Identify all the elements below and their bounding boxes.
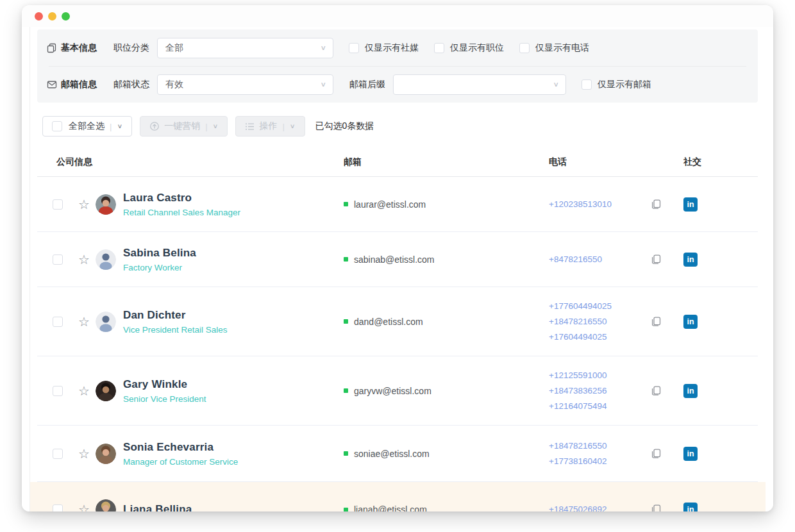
- linkedin-icon[interactable]: in: [683, 253, 698, 267]
- phone-number[interactable]: +18475026892: [549, 502, 651, 511]
- company-info-cell: ☆ Liana Bellina: [37, 499, 344, 511]
- contacts-table: 公司信息 邮箱 电话 社交 ☆ Laura Castro Retail Chan…: [37, 147, 758, 511]
- social-only-checkbox[interactable]: [349, 43, 359, 53]
- email-suffix-label: 邮箱后缀: [349, 79, 385, 90]
- email-cell: dand@etissl.com: [344, 317, 549, 327]
- close-button[interactable]: [35, 12, 43, 21]
- phone-cell: +120238513010: [549, 197, 651, 212]
- envelope-icon: [47, 79, 57, 90]
- select-all-checkbox[interactable]: [52, 121, 62, 131]
- email-address: dand@etissl.com: [354, 317, 423, 327]
- row-checkbox[interactable]: [53, 386, 63, 396]
- table-row: ☆ Sabina Belina Factory Worker sabinab@e…: [37, 232, 758, 287]
- phone-number[interactable]: +177604494025: [549, 299, 651, 314]
- email-address: garyvw@etissl.com: [354, 386, 431, 396]
- minimize-button[interactable]: [48, 12, 56, 21]
- phone-number[interactable]: +12164075494: [549, 399, 651, 414]
- one-click-marketing-button[interactable]: 一键营销 | ∨: [140, 116, 228, 137]
- star-icon[interactable]: ☆: [78, 503, 90, 511]
- email-only-label: 仅显示有邮箱: [598, 79, 651, 90]
- contact-title: Vice President Retail Sales: [123, 325, 228, 335]
- email-cell: garyvw@etissl.com: [344, 386, 549, 396]
- phone-only-checkbox[interactable]: [519, 43, 530, 53]
- phone-only-label: 仅显示有电话: [535, 42, 589, 54]
- email-address: laurar@etissl.com: [354, 199, 426, 210]
- copy-icon[interactable]: [651, 317, 661, 327]
- row-checkbox[interactable]: [53, 199, 63, 210]
- star-icon[interactable]: ☆: [78, 198, 90, 211]
- linkedin-icon[interactable]: in: [683, 384, 698, 398]
- row-checkbox[interactable]: [53, 317, 63, 327]
- window-titlebar: [22, 5, 773, 27]
- phone-number[interactable]: +8478216550: [549, 252, 651, 267]
- contact-identity: Laura Castro Retail Channel Sales Manage…: [123, 192, 240, 217]
- email-status-select[interactable]: 有效 ∨: [157, 74, 333, 95]
- star-icon[interactable]: ☆: [78, 315, 90, 328]
- social-header: 社交: [683, 156, 752, 168]
- phone-number[interactable]: +18478216550: [549, 438, 651, 454]
- one-click-marketing-label: 一键营销: [164, 121, 200, 132]
- row-checkbox[interactable]: [53, 449, 63, 459]
- contact-identity: Sonia Echevarria Manager of Customer Ser…: [123, 441, 238, 467]
- email-status-label: 邮箱状态: [113, 79, 149, 90]
- linkedin-icon[interactable]: in: [683, 447, 698, 461]
- copy-icon[interactable]: [651, 449, 661, 459]
- contact-name: Sabina Belina: [123, 247, 196, 260]
- row-checkbox[interactable]: [53, 254, 63, 265]
- email-suffix-select[interactable]: ∨: [393, 74, 566, 95]
- email-only-checkbox[interactable]: [582, 79, 592, 90]
- chevron-down-icon: ∨: [290, 122, 296, 129]
- copy-icon[interactable]: [651, 199, 661, 210]
- phone-number[interactable]: +12125591000: [549, 368, 651, 383]
- selected-count-text: 已勾选0条数据: [315, 121, 374, 132]
- email-status-dot: [344, 202, 348, 206]
- phone-number[interactable]: +17604494025: [549, 329, 651, 345]
- star-icon[interactable]: ☆: [78, 385, 90, 397]
- row-checkbox[interactable]: [53, 504, 63, 511]
- social-cell: in: [683, 253, 752, 267]
- chevron-down-icon: ∨: [553, 81, 559, 88]
- star-icon[interactable]: ☆: [78, 447, 90, 460]
- select-all-button[interactable]: 全部全选 | ∨: [42, 116, 132, 137]
- company-info-cell: ☆ Dan Dichter Vice President Retail Sale…: [37, 309, 344, 335]
- linkedin-icon[interactable]: in: [683, 503, 698, 511]
- position-category-label: 职位分类: [113, 42, 149, 54]
- zoom-button[interactable]: [62, 12, 70, 21]
- contact-name: Liana Bellina: [123, 503, 192, 511]
- phone-number[interactable]: +18473836256: [549, 383, 651, 399]
- filter-social-only[interactable]: 仅显示有社媒: [349, 42, 419, 54]
- social-cell: in: [683, 503, 752, 511]
- button-separator: |: [282, 122, 284, 131]
- position-only-checkbox[interactable]: [434, 43, 444, 53]
- upload-cloud-icon: [149, 121, 160, 131]
- chevron-down-icon: ∨: [320, 44, 326, 52]
- phone-number[interactable]: +18478216550: [549, 314, 651, 329]
- phone-cell: +18478216550+17738160402: [549, 438, 651, 469]
- position-category-select[interactable]: 全部 ∨: [157, 38, 333, 58]
- copy-icon[interactable]: [651, 254, 661, 265]
- contact-title: Factory Worker: [123, 263, 196, 272]
- chevron-down-icon: ∨: [117, 122, 122, 129]
- list-icon: [245, 122, 255, 131]
- phone-cell: +18475026892: [549, 502, 651, 511]
- basic-info-section-label: 基本信息: [61, 42, 97, 54]
- copy-icon[interactable]: [651, 386, 661, 396]
- phone-number[interactable]: +17738160402: [549, 454, 651, 469]
- table-row: ☆ Dan Dichter Vice President Retail Sale…: [37, 287, 758, 356]
- filter-position-only[interactable]: 仅显示有职位: [434, 42, 504, 54]
- phone-cell: +8478216550: [549, 252, 651, 267]
- traffic-lights: [35, 12, 70, 21]
- email-info-section-label: 邮箱信息: [61, 79, 97, 90]
- company-info-cell: ☆ Laura Castro Retail Channel Sales Mana…: [37, 192, 344, 217]
- linkedin-icon[interactable]: in: [683, 197, 698, 212]
- phone-header: 电话: [549, 156, 651, 168]
- linkedin-icon[interactable]: in: [683, 315, 698, 329]
- actions-button[interactable]: 操作 | ∨: [235, 116, 305, 137]
- copy-icon[interactable]: [651, 504, 661, 511]
- filter-email-only[interactable]: 仅显示有邮箱: [582, 79, 651, 90]
- email-cell: soniae@etissl.com: [344, 449, 549, 459]
- star-icon[interactable]: ☆: [78, 253, 90, 266]
- phone-number[interactable]: +120238513010: [549, 197, 651, 212]
- social-cell: in: [683, 315, 752, 329]
- filter-phone-only[interactable]: 仅显示有电话: [519, 42, 589, 54]
